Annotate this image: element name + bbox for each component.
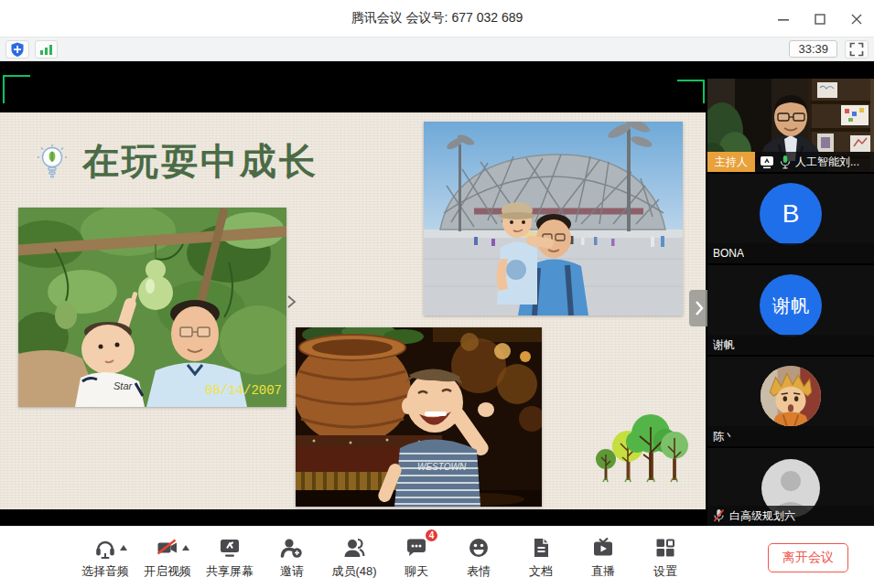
- invite-button[interactable]: 邀请: [261, 530, 323, 585]
- host-namebar: 主持人 人工智能刘...: [707, 152, 874, 172]
- slide-next-chevron-icon[interactable]: [286, 294, 298, 310]
- trees-illustration: [592, 414, 689, 492]
- settings-grid-icon: [653, 536, 677, 560]
- docs-button[interactable]: 文档: [510, 530, 572, 585]
- photo-toddler-lobby: WESTOWN: [296, 327, 542, 507]
- camera-off-icon: [156, 536, 179, 560]
- live-tv-icon: [591, 536, 615, 560]
- participant-namebar: 谢帆: [707, 335, 874, 355]
- participant-tile-host[interactable]: 主持人 人工智能刘...: [707, 79, 874, 172]
- participant-name: 谢帆: [713, 337, 735, 353]
- photo-gourd-garden: Star 08/14/2007: [18, 208, 286, 407]
- live-stream-button[interactable]: 直播: [572, 530, 634, 585]
- cartoon-avatar-graphic: [761, 366, 821, 426]
- avatar-image: [761, 366, 821, 426]
- sharing-screen-icon: [760, 155, 775, 169]
- slide-title-row: 在玩耍中成长: [37, 136, 318, 187]
- titlebar: 腾讯会议 会议号: 677 032 689: [0, 0, 874, 37]
- emoji-smiley-icon: [467, 536, 491, 560]
- invite-person-icon: [280, 536, 304, 560]
- sidebar-collapse-tab[interactable]: [689, 290, 709, 326]
- network-quality-button[interactable]: [35, 40, 58, 59]
- participant-name: BONA: [713, 247, 744, 260]
- settings-button[interactable]: 设置: [634, 530, 696, 585]
- tencent-meeting-window: 腾讯会议 会议号: 677 032 689: [0, 0, 874, 588]
- statusbar: 33:39: [0, 37, 874, 61]
- fullscreen-icon: [848, 41, 865, 58]
- members-icon: [342, 536, 366, 560]
- chat-button[interactable]: 4 聊天: [385, 530, 448, 585]
- avatar-initial: B: [760, 183, 822, 245]
- meeting-security-button[interactable]: [5, 40, 29, 59]
- slide-title: 在玩耍中成长: [82, 136, 318, 187]
- leave-meeting-button[interactable]: 离开会议: [768, 543, 848, 572]
- main-area: 在玩耍中成长: [0, 61, 874, 526]
- video-options-caret-icon[interactable]: [182, 545, 189, 551]
- meeting-controls: 选择音频 开启视频 共享屏幕: [0, 526, 874, 588]
- share-screen-button[interactable]: 共享屏幕: [199, 530, 261, 585]
- share-screen-icon: [218, 536, 242, 560]
- share-border-corner-left: [3, 75, 30, 103]
- shield-plus-icon: [9, 41, 26, 58]
- participant-name: 白高级规划六: [729, 508, 795, 524]
- maximize-icon[interactable]: [812, 11, 828, 27]
- host-role-badge: 主持人: [707, 152, 755, 172]
- close-icon[interactable]: [848, 11, 865, 27]
- participant-tile-muted[interactable]: 白高级规划六: [707, 446, 874, 526]
- share-border-corner-right: [677, 80, 705, 103]
- participant-tile-chen[interactable]: 陈丶: [707, 355, 874, 446]
- participant-name: 人工智能刘...: [795, 155, 859, 170]
- participant-namebar: 白高级规划六: [707, 506, 874, 526]
- mic-off-icon: [713, 508, 725, 523]
- headset-icon: [93, 536, 117, 560]
- start-video-button[interactable]: 开启视频: [136, 530, 199, 585]
- select-audio-button[interactable]: 选择音频: [74, 530, 136, 585]
- photo1-shirt-text: Star: [113, 380, 134, 391]
- participant-name: 陈丶: [713, 429, 735, 444]
- participant-namebar: BONA: [707, 243, 874, 263]
- window-title: 腾讯会议 会议号: 677 032 689: [351, 10, 523, 27]
- photo3-shirt-text: WESTOWN: [417, 462, 467, 472]
- participant-tile-bona[interactable]: B BONA: [707, 172, 874, 263]
- members-button[interactable]: 成员(48): [323, 530, 385, 585]
- photo1-date-stamp: 08/14/2007: [205, 383, 282, 398]
- emoji-button[interactable]: 表情: [448, 530, 510, 585]
- mic-on-icon: [780, 155, 791, 169]
- lightbulb-icon: [37, 144, 68, 180]
- audio-options-caret-icon[interactable]: [120, 545, 127, 551]
- meeting-timer: 33:39: [789, 40, 837, 58]
- photo-birds-nest-stadium: [424, 122, 683, 315]
- participant-namebar: 陈丶: [707, 426, 874, 446]
- participant-tile-xiefan[interactable]: 谢帆 谢帆: [707, 263, 874, 355]
- window-controls: [775, 0, 865, 37]
- minimize-icon[interactable]: [775, 11, 792, 27]
- fullscreen-button[interactable]: [845, 40, 869, 59]
- chat-unread-badge: 4: [424, 528, 439, 543]
- signal-bars-icon: [38, 41, 54, 57]
- document-icon: [529, 536, 553, 560]
- chevron-right-icon: [692, 298, 707, 318]
- shared-screen-stage: 在玩耍中成长: [0, 61, 707, 526]
- presentation-slide: 在玩耍中成长: [0, 112, 706, 509]
- participant-sidebar: 主持人 人工智能刘... B: [707, 61, 874, 526]
- avatar-initial: 谢帆: [760, 274, 822, 337]
